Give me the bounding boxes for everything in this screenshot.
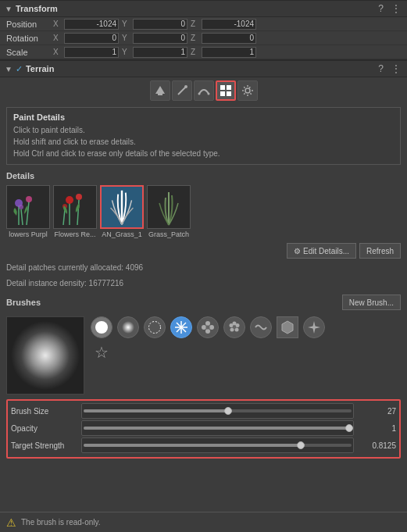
target-strength-fill xyxy=(84,444,301,447)
detail-item-flowers-red[interactable]: Flowers Re... xyxy=(53,185,97,238)
brushes-content: ☆ xyxy=(0,313,407,398)
detail-thumb-flowers-purple xyxy=(6,185,50,229)
terrain-overflow-btn[interactable]: ⋮ xyxy=(390,63,402,74)
svg-point-36 xyxy=(202,325,206,330)
detail-item-grass-patch[interactable]: Grass_Patch xyxy=(147,185,191,238)
detail-item-flowers-purple[interactable]: lowers Purpl xyxy=(6,185,50,238)
svg-point-34 xyxy=(205,321,210,326)
svg-point-27 xyxy=(95,321,108,334)
svg-point-21 xyxy=(66,196,73,204)
rotation-x-input[interactable] xyxy=(64,33,119,44)
opacity-fill xyxy=(84,427,349,430)
svg-point-28 xyxy=(122,321,134,334)
svg-point-22 xyxy=(76,194,82,200)
opacity-value: 1 xyxy=(357,424,396,433)
rotation-z-input[interactable] xyxy=(202,33,256,44)
position-z-field: Z xyxy=(191,19,256,30)
brush-icon-wave[interactable] xyxy=(250,316,272,338)
brush-size-label: Brush Size xyxy=(11,407,81,416)
paint-height-btn[interactable] xyxy=(172,80,192,101)
new-brush-button[interactable]: New Brush... xyxy=(342,295,401,310)
transform-overflow-btn[interactable]: ⋮ xyxy=(390,3,402,14)
paint-details-line-3: Hold Ctrl and click to erase only detail… xyxy=(13,148,394,159)
rotation-y-input[interactable] xyxy=(133,33,187,44)
scale-z-input[interactable] xyxy=(202,47,256,58)
rotation-y-axis: Y xyxy=(122,34,131,42)
svg-point-9 xyxy=(245,88,250,93)
brush-icon-circle-solid[interactable] xyxy=(91,316,112,338)
opacity-track[interactable] xyxy=(81,420,354,436)
scale-z-axis: Z xyxy=(191,48,200,56)
edit-refresh-row: ⚙ Edit Details... Refresh xyxy=(0,241,407,260)
svg-point-4 xyxy=(207,93,209,95)
brush-star-outline-btn[interactable]: ☆ xyxy=(91,341,112,363)
brush-size-track[interactable] xyxy=(81,403,354,419)
scale-y-axis: Y xyxy=(122,48,131,56)
details-label: Details xyxy=(0,168,407,182)
transform-help-btn[interactable]: ? xyxy=(377,3,385,14)
brush-size-row: Brush Size 27 xyxy=(11,403,396,419)
position-y-field: Y xyxy=(122,19,187,30)
terrain-enabled-check[interactable]: ✓ xyxy=(16,64,23,74)
target-strength-track-inner xyxy=(84,444,352,447)
brush-size-fill xyxy=(84,409,228,412)
opacity-label: Opacity xyxy=(11,424,81,433)
brush-icon-flower5[interactable] xyxy=(223,316,245,338)
detail-label-flowers-purple: lowers Purpl xyxy=(9,230,48,238)
detail-label-grass-patch: Grass_Patch xyxy=(148,230,189,238)
scale-y-input[interactable] xyxy=(133,47,187,58)
svg-line-1 xyxy=(178,87,186,95)
rotation-z-field: Z xyxy=(191,33,256,44)
position-z-axis: Z xyxy=(191,20,200,28)
position-y-input[interactable] xyxy=(133,19,187,30)
brush-size-thumb[interactable] xyxy=(224,407,232,415)
scale-x-axis: X xyxy=(53,48,62,56)
svg-point-2 xyxy=(184,85,187,88)
terrain-section: ▼ ✓ Terrain ? ⋮ xyxy=(0,60,407,460)
brush-icon-flower4[interactable] xyxy=(197,316,219,338)
position-x-input[interactable] xyxy=(64,19,119,30)
brush-preview xyxy=(6,316,84,395)
svg-point-16 xyxy=(19,205,23,209)
rotation-z-axis: Z xyxy=(191,34,200,42)
scale-x-input[interactable] xyxy=(64,47,119,58)
terrain-toolbar xyxy=(0,77,407,104)
terrain-help-btn[interactable]: ? xyxy=(377,63,385,74)
position-x-axis: X xyxy=(53,20,62,28)
brush-icon-circle-dotted[interactable] xyxy=(144,316,166,338)
svg-rect-17 xyxy=(54,186,96,228)
svg-point-44 xyxy=(233,326,236,329)
transform-fold-arrow[interactable]: ▼ xyxy=(5,5,12,13)
opacity-row: Opacity 1 xyxy=(11,420,396,436)
paint-details-title: Paint Details xyxy=(13,112,394,122)
terrain-fold-arrow[interactable]: ▼ xyxy=(5,65,12,73)
smooth-height-btn[interactable] xyxy=(194,80,214,101)
scale-x-field: X xyxy=(53,47,119,58)
detail-item-an-grass-1[interactable]: AN_Grass_1 xyxy=(100,185,144,238)
brush-size-value: 27 xyxy=(357,407,396,416)
brush-icon-hex[interactable] xyxy=(277,316,298,338)
brush-icon-circle-soft[interactable] xyxy=(117,316,139,338)
target-strength-track[interactable] xyxy=(81,437,354,453)
svg-rect-6 xyxy=(227,85,231,90)
transform-rotation-row: Rotation X Y Z xyxy=(0,31,407,45)
svg-point-40 xyxy=(236,323,240,327)
brush-icon-snowflake[interactable] xyxy=(170,316,192,338)
svg-rect-7 xyxy=(220,91,225,96)
svg-point-3 xyxy=(198,93,200,95)
rotation-label: Rotation xyxy=(6,34,53,43)
position-z-input[interactable] xyxy=(202,19,256,30)
paint-details-btn[interactable] xyxy=(216,80,236,101)
details-row: lowers Purpl Flowers Re... xyxy=(0,182,407,241)
raise-lower-btn[interactable] xyxy=(150,80,170,101)
detail-thumb-grass-patch xyxy=(147,185,191,229)
brush-icon-sparkle[interactable] xyxy=(303,316,325,338)
target-strength-thumb[interactable] xyxy=(297,441,305,449)
refresh-button[interactable]: Refresh xyxy=(359,243,401,259)
terrain-settings-btn[interactable] xyxy=(237,80,258,101)
opacity-thumb[interactable] xyxy=(345,424,353,432)
edit-details-button[interactable]: ⚙ Edit Details... xyxy=(287,243,356,259)
scale-z-field: Z xyxy=(191,47,256,58)
detail-thumb-an-grass-1 xyxy=(100,185,144,229)
brushes-title: Brushes xyxy=(6,298,41,307)
